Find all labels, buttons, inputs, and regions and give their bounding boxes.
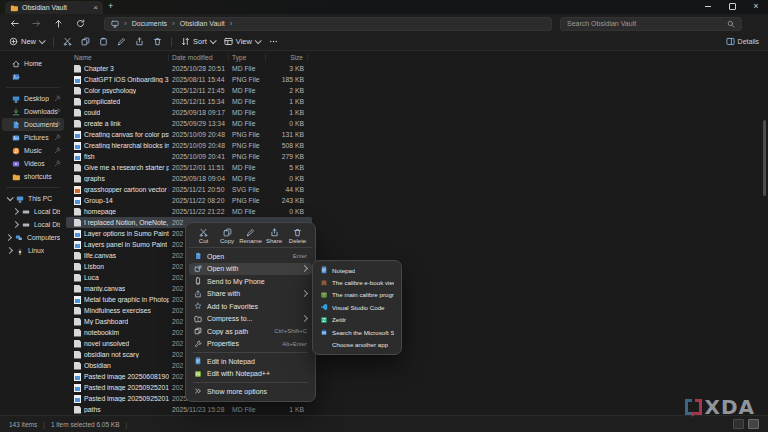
quick-action-delete[interactable]: Delete: [286, 228, 309, 244]
sidebar-item-documents[interactable]: Documents: [2, 118, 64, 131]
window-controls: ×: [696, 0, 768, 13]
chevron-down-icon[interactable]: [6, 196, 12, 201]
file-row[interactable]: paths2025/11/23 15:28MD File1 KB: [66, 404, 312, 415]
new-button[interactable]: New: [9, 37, 44, 46]
png-file-icon: [74, 131, 81, 139]
submenu-item-zettlr[interactable]: Zettlr: [316, 314, 398, 326]
menu-item-properties[interactable]: PropertiesAlt+Enter: [189, 338, 312, 351]
quick-action-copy[interactable]: Copy: [216, 228, 239, 244]
sort-button[interactable]: Sort: [181, 37, 215, 46]
quick-action-share[interactable]: Share: [263, 228, 286, 244]
sidebar-item-pictures[interactable]: Pictures: [2, 131, 64, 144]
tab-close-icon[interactable]: ×: [93, 4, 98, 12]
chevron-right-icon[interactable]: [13, 222, 18, 227]
file-row[interactable]: ChatGPT iOS Onboarding 32025/08/11 15:44…: [66, 74, 312, 85]
file-row[interactable]: Chapter 32025/10/28 20:51MD File3 KB: [66, 63, 312, 74]
menu-item-edit-in-notepad[interactable]: Edit in Notepad: [189, 355, 312, 368]
md-file-icon: [74, 219, 81, 227]
sidebar-item-local-disk-c[interactable]: Local Disk (C:): [2, 205, 64, 218]
submenu-item-choose-another-app[interactable]: Choose another app: [316, 338, 398, 350]
view-button[interactable]: View: [224, 37, 260, 46]
menu-item-add-to-favorites[interactable]: Add to Favorites: [189, 300, 312, 313]
menu-item-edit-with-notepad[interactable]: Edit with Notepad++: [189, 368, 312, 381]
breadcrumb-documents[interactable]: Documents: [132, 20, 167, 27]
context-menu: CutCopyRenameShareDelete OpenEnterOpen w…: [185, 222, 316, 402]
file-row[interactable]: could2025/09/18 09:17MD File1 KB: [66, 107, 312, 118]
submenu-item-the-calibre-e-book-viewer[interactable]: The calibre e-book viewer: [316, 276, 398, 288]
delete-button[interactable]: [153, 37, 162, 46]
chevron-right-icon[interactable]: [6, 235, 11, 240]
sidebar-item-home[interactable]: Home: [2, 57, 64, 70]
new-tab-button[interactable]: +: [108, 2, 113, 11]
file-row[interactable]: Creating hierarchal blocks in Kortex2025…: [66, 140, 312, 151]
md-file-icon: [74, 274, 81, 282]
menu-item-open-with[interactable]: Open with: [189, 263, 312, 276]
column-headers[interactable]: NameDate modifiedTypeSize: [66, 52, 758, 63]
openwith-icon: [194, 265, 202, 273]
pin-icon: [54, 121, 61, 128]
sidebar-item-computers-and-de[interactable]: Computers and De: [2, 231, 64, 244]
file-row[interactable]: homepage2025/11/22 21:22MD File0 KB: [66, 206, 312, 217]
file-row[interactable]: Creating canvas for color psychology not…: [66, 129, 312, 140]
file-row[interactable]: grasshopper cartoon vector illustration …: [66, 184, 312, 195]
column-header-date-modified[interactable]: Date modified: [169, 54, 229, 61]
menu-item-copy-as-path[interactable]: Copy as pathCtrl+Shift+C: [189, 325, 312, 338]
submenu-item-the-main-calibre-program[interactable]: The main calibre program: [316, 289, 398, 301]
forward-icon[interactable]: [32, 19, 41, 28]
more-options-icon[interactable]: [269, 37, 278, 46]
copy-button[interactable]: [81, 37, 90, 46]
sidebar-item-linux[interactable]: Linux: [2, 244, 64, 257]
file-row[interactable]: complicated2025/12/11 15:34MD File1 KB: [66, 96, 312, 107]
menu-item-send-to-my-phone[interactable]: Send to My Phone: [189, 275, 312, 288]
submenu-item-notepad[interactable]: Notepad: [316, 264, 398, 276]
refresh-icon[interactable]: [76, 19, 85, 28]
md-file-icon: [74, 252, 81, 260]
search-icon[interactable]: [727, 20, 735, 28]
paste-button[interactable]: [99, 37, 108, 46]
column-header-type[interactable]: Type: [229, 54, 266, 61]
details-toggle[interactable]: Details: [726, 37, 759, 46]
vertical-scrollbar[interactable]: [763, 120, 766, 196]
file-row[interactable]: graphs2025/09/18 09:04MD File0 KB: [66, 173, 312, 184]
search-input[interactable]: Search Obsidian Vault: [560, 17, 742, 31]
menu-item-compress-to[interactable]: Compress to...: [189, 313, 312, 326]
sidebar-item-downloads[interactable]: Downloads: [2, 105, 64, 118]
share-button[interactable]: [135, 37, 144, 46]
menu-item-show-more-options[interactable]: Show more options: [189, 385, 312, 398]
sidebar-item-local-disk-d[interactable]: Local Disk (D:): [2, 218, 64, 231]
sidebar-item-music[interactable]: Music: [2, 144, 64, 157]
column-header-size[interactable]: Size: [266, 54, 308, 61]
cut-button[interactable]: [63, 37, 72, 46]
up-icon[interactable]: [54, 19, 63, 28]
sidebar-item-videos[interactable]: Videos: [2, 157, 64, 170]
back-icon[interactable]: [10, 19, 19, 28]
details-view-button[interactable]: [733, 419, 744, 429]
menu-item-share-with[interactable]: Share with: [189, 288, 312, 301]
column-header-name[interactable]: Name: [66, 54, 169, 61]
close-button[interactable]: ×: [744, 0, 768, 13]
submenu-item-visual-studio-code[interactable]: Visual Studio Code: [316, 301, 398, 313]
breadcrumb-obsidian-vault[interactable]: Obsidian Vault: [180, 20, 225, 27]
thumbnail-view-button[interactable]: [748, 419, 759, 429]
sidebar-item-this-pc[interactable]: This PC: [2, 192, 64, 205]
file-row[interactable]: create a link2025/09/29 13:34MD File0 KB: [66, 118, 312, 129]
maximize-button[interactable]: [720, 0, 744, 13]
quick-action-rename[interactable]: Rename: [239, 228, 262, 244]
file-row[interactable]: Group-142025/11/22 08:20PNG File243 KB: [66, 195, 312, 206]
submenu-item-search-the-microsoft-store[interactable]: Search the Microsoft Store: [316, 326, 398, 338]
address-bar[interactable]: › Documents › Obsidian Vault ›: [104, 17, 552, 31]
chevron-right-icon[interactable]: [13, 209, 18, 214]
explorer-tab[interactable]: Obsidian Vault ×: [5, 1, 103, 14]
music-icon: [12, 147, 20, 155]
file-row[interactable]: fish2025/10/09 20:41PNG File279 KB: [66, 151, 312, 162]
sidebar-item-item[interactable]: [2, 70, 64, 83]
file-row[interactable]: Give me a research starter pack for user…: [66, 162, 312, 173]
quick-action-cut[interactable]: Cut: [192, 228, 215, 244]
file-row[interactable]: Color psychology2025/12/11 21:45MD File2…: [66, 85, 312, 96]
rename-button[interactable]: [117, 37, 126, 46]
minimize-button[interactable]: [696, 0, 720, 13]
chevron-right-icon[interactable]: [6, 248, 12, 253]
sidebar-item-shortcuts[interactable]: shortcuts: [2, 170, 64, 183]
menu-item-open[interactable]: OpenEnter: [189, 250, 312, 263]
sidebar-item-desktop[interactable]: Desktop: [2, 92, 64, 105]
